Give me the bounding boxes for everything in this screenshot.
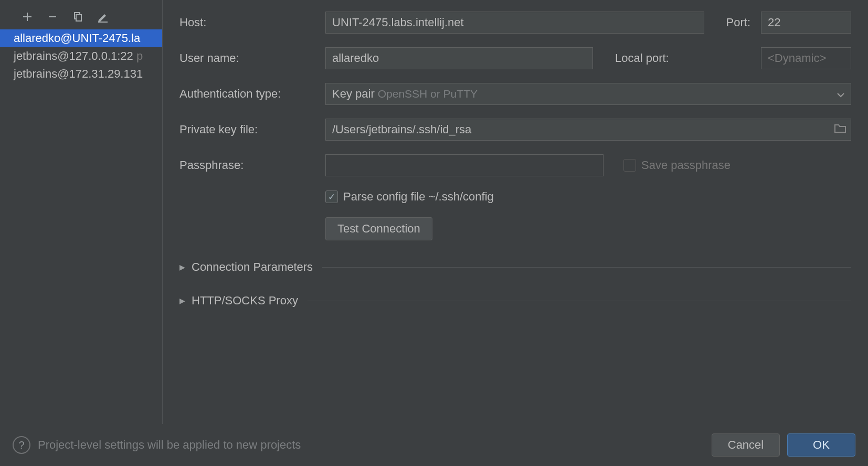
sidebar-item[interactable]: jetbrains@172.31.29.131: [0, 65, 162, 83]
edit-icon[interactable]: [97, 10, 109, 23]
sidebar-item-trailing: p: [133, 49, 143, 62]
footer: ? Project-level settings will be applied…: [0, 424, 868, 466]
form-area: Host: Port: User name: Local port: Authe…: [167, 0, 868, 424]
sidebar-item-label: allaredko@UNIT-2475.la: [14, 31, 140, 45]
divider: [322, 267, 851, 268]
keyfile-input[interactable]: /Users/jetbrains/.ssh/id_rsa: [325, 119, 851, 141]
checkbox-box-icon: [623, 159, 636, 172]
save-passphrase-checkbox[interactable]: Save passphrase: [623, 158, 731, 172]
triangle-right-icon: ▶: [179, 263, 185, 271]
parse-config-checkbox[interactable]: ✓ Parse config file ~/.ssh/config: [325, 190, 494, 204]
section-label: HTTP/SOCKS Proxy: [192, 294, 298, 308]
sidebar-item[interactable]: jetbrains@127.0.0.1:22 p: [0, 47, 162, 65]
save-passphrase-label: Save passphrase: [641, 158, 731, 172]
port-input[interactable]: [761, 12, 851, 34]
sidebar-list: allaredko@UNIT-2475.la jetbrains@127.0.0…: [0, 29, 162, 83]
auth-type-select[interactable]: Key pair OpenSSH or PuTTY: [325, 83, 851, 105]
svg-rect-1: [76, 15, 81, 21]
host-label: Host:: [179, 16, 315, 29]
sidebar: allaredko@UNIT-2475.la jetbrains@127.0.0…: [0, 0, 163, 424]
sidebar-item-label: jetbrains@172.31.29.131: [14, 67, 143, 80]
keyfile-value: /Users/jetbrains/.ssh/id_rsa: [332, 123, 834, 136]
passphrase-input[interactable]: [325, 154, 604, 176]
local-port-label: Local port:: [615, 51, 750, 65]
folder-icon[interactable]: [834, 123, 846, 136]
passphrase-label: Passphrase:: [179, 158, 315, 172]
keyfile-label: Private key file:: [179, 123, 315, 136]
host-input[interactable]: [325, 12, 704, 34]
divider: [308, 301, 851, 301]
triangle-right-icon: ▶: [179, 296, 185, 305]
ok-button[interactable]: OK: [787, 433, 855, 457]
sidebar-toolbar: [0, 10, 162, 29]
local-port-input[interactable]: [761, 47, 851, 69]
auth-type-label: Authentication type:: [179, 87, 315, 101]
port-label: Port:: [726, 16, 750, 29]
user-label: User name:: [179, 51, 315, 65]
footer-text: Project-level settings will be applied t…: [38, 438, 704, 452]
auth-type-hint: OpenSSH or PuTTY: [378, 88, 478, 100]
cancel-button[interactable]: Cancel: [712, 433, 780, 457]
test-connection-button[interactable]: Test Connection: [325, 217, 432, 240]
section-label: Connection Parameters: [192, 260, 313, 274]
chevron-down-icon: [837, 87, 844, 101]
connection-parameters-section[interactable]: ▶ Connection Parameters: [179, 260, 851, 274]
checkbox-box-icon: ✓: [325, 190, 338, 203]
parse-config-label: Parse config file ~/.ssh/config: [343, 190, 494, 204]
add-icon[interactable]: [21, 10, 34, 23]
user-input[interactable]: [325, 47, 593, 69]
remove-icon[interactable]: [46, 10, 59, 23]
sidebar-item[interactable]: allaredko@UNIT-2475.la: [0, 29, 162, 47]
sidebar-item-label: jetbrains@127.0.0.1:22: [14, 49, 133, 62]
copy-icon[interactable]: [71, 10, 84, 23]
auth-type-value: Key pair: [332, 87, 375, 101]
http-socks-proxy-section[interactable]: ▶ HTTP/SOCKS Proxy: [179, 294, 851, 308]
help-icon[interactable]: ?: [13, 436, 30, 454]
